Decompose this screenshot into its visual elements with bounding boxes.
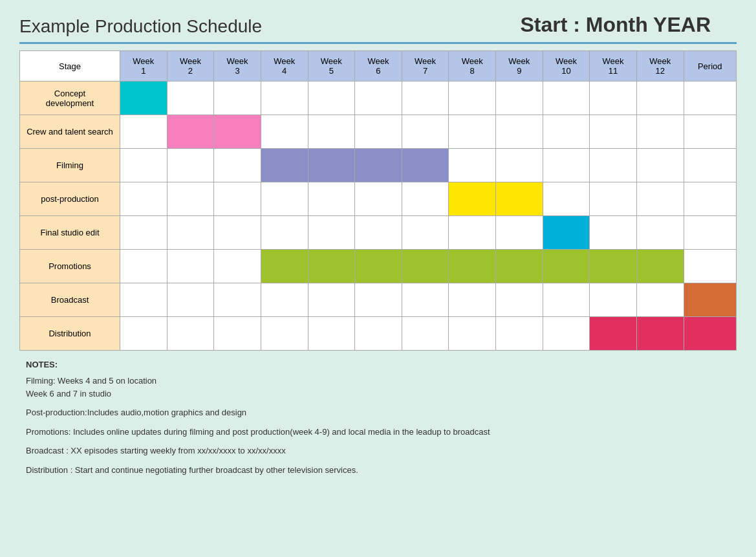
stage-cell: post-production	[20, 182, 120, 216]
schedule-cell	[214, 149, 261, 182]
schedule-cell	[308, 250, 355, 283]
schedule-cell	[167, 149, 214, 182]
schedule-cell	[543, 182, 590, 216]
schedule-cell	[214, 216, 261, 250]
table-row: Final studio edit	[20, 216, 737, 250]
schedule-cell	[402, 216, 449, 250]
week-header: Week1	[120, 51, 167, 82]
schedule-cell	[543, 250, 590, 283]
schedule-cell	[308, 82, 355, 115]
schedule-cell	[543, 82, 590, 115]
schedule-cell	[120, 82, 167, 115]
schedule-table: Stage Week1Week2Week3Week4Week5Week6Week…	[19, 50, 737, 351]
schedule-cell	[355, 149, 402, 182]
schedule-cell	[120, 283, 167, 317]
stage-cell: Broadcast	[20, 283, 120, 317]
schedule-cell	[167, 182, 214, 216]
stage-cell: Filming	[20, 149, 120, 182]
schedule-cell	[636, 317, 684, 351]
schedule-cell	[120, 182, 167, 216]
schedule-cell	[496, 250, 543, 283]
schedule-cell	[308, 283, 355, 317]
schedule-cell	[496, 115, 543, 149]
table-row: Crew and talent search	[20, 115, 737, 149]
schedule-cell	[261, 149, 308, 182]
schedule-cell	[496, 182, 543, 216]
schedule-cell	[355, 115, 402, 149]
stage-cell: Final studio edit	[20, 216, 120, 250]
schedule-cell	[355, 317, 402, 351]
schedule-cell	[590, 82, 637, 115]
schedule-cell	[214, 182, 261, 216]
schedule-cell	[120, 216, 167, 250]
schedule-cell	[355, 82, 402, 115]
schedule-cell	[590, 216, 637, 250]
schedule-cell	[636, 250, 684, 283]
week-header: Week6	[355, 51, 402, 82]
header-row: Stage Week1Week2Week3Week4Week5Week6Week…	[20, 51, 737, 82]
schedule-cell	[496, 317, 543, 351]
note-item: Promotions: Includes online updates duri…	[26, 426, 737, 439]
schedule-cell	[308, 115, 355, 149]
schedule-cell	[308, 317, 355, 351]
week-header: Week9	[496, 51, 543, 82]
schedule-cell	[449, 317, 496, 351]
schedule-cell	[543, 283, 590, 317]
schedule-cell	[449, 283, 496, 317]
schedule-cell	[167, 82, 214, 115]
schedule-cell	[684, 182, 737, 216]
schedule-cell	[120, 115, 167, 149]
schedule-cell	[449, 250, 496, 283]
schedule-cell	[590, 149, 637, 182]
schedule-cell	[355, 250, 402, 283]
schedule-cell	[636, 283, 684, 317]
week-header: Week12	[636, 51, 684, 82]
stage-cell: Crew and talent search	[20, 115, 120, 149]
schedule-cell	[684, 283, 737, 317]
table-row: Promotions	[20, 250, 737, 283]
blue-divider	[19, 42, 737, 44]
schedule-cell	[684, 115, 737, 149]
schedule-cell	[684, 149, 737, 182]
schedule-cell	[684, 317, 737, 351]
week-header: Week11	[590, 51, 637, 82]
schedule-cell	[449, 216, 496, 250]
schedule-cell	[684, 250, 737, 283]
week-header: Week8	[449, 51, 496, 82]
schedule-cell	[590, 115, 637, 149]
schedule-cell	[449, 82, 496, 115]
schedule-cell	[543, 317, 590, 351]
notes-section: NOTES: Filming: Weeks 4 and 5 on locatio…	[19, 360, 737, 476]
schedule-cell	[261, 216, 308, 250]
schedule-cell	[355, 182, 402, 216]
schedule-cell	[636, 149, 684, 182]
table-row: post-production	[20, 182, 737, 216]
start-title: Start : Month YEAR	[520, 13, 711, 37]
schedule-cell	[167, 216, 214, 250]
schedule-cell	[214, 115, 261, 149]
schedule-cell	[402, 250, 449, 283]
note-item: Broadcast : XX episodes starting weekly …	[26, 444, 737, 457]
header-area: Example Production Schedule Start : Mont…	[19, 13, 737, 37]
note-item: Post-production:Includes audio,motion gr…	[26, 406, 737, 419]
schedule-cell	[214, 82, 261, 115]
week-header: Week7	[402, 51, 449, 82]
schedule-cell	[543, 216, 590, 250]
schedule-cell	[167, 317, 214, 351]
stage-cell: Concept development	[20, 82, 120, 115]
schedule-cell	[684, 216, 737, 250]
schedule-cell	[308, 182, 355, 216]
table-row: Filming	[20, 149, 737, 182]
schedule-cell	[261, 250, 308, 283]
schedule-cell	[355, 283, 402, 317]
notes-title: NOTES:	[26, 360, 737, 369]
stage-header: Stage	[20, 51, 120, 82]
week-header: Week4	[261, 51, 308, 82]
schedule-cell	[590, 283, 637, 317]
schedule-cell	[449, 115, 496, 149]
schedule-cell	[636, 115, 684, 149]
week-header: Week3	[214, 51, 261, 82]
schedule-cell	[167, 250, 214, 283]
table-row: Broadcast	[20, 283, 737, 317]
schedule-cell	[261, 82, 308, 115]
